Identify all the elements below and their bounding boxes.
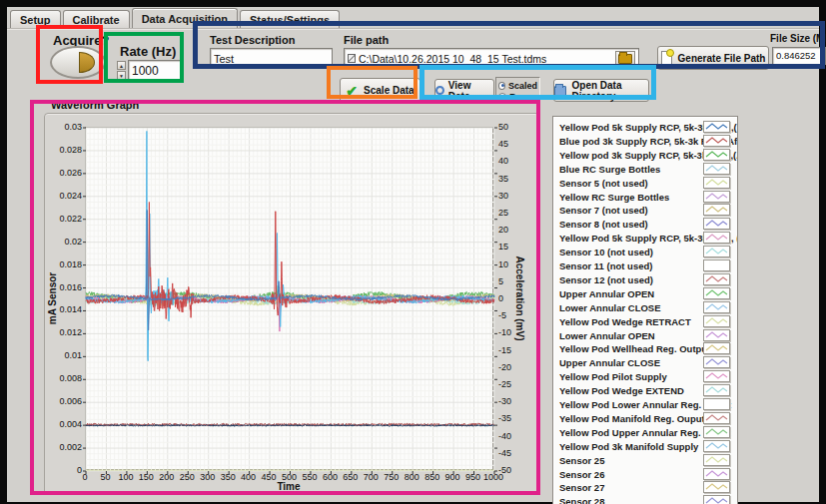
legend-swatch-icon[interactable] [703,426,730,438]
legend-item[interactable]: Sensor 5 (not used) [553,176,737,190]
tick-label: 0.002 [47,442,82,452]
legend-item[interactable]: Sensor 11 (not used) [553,258,737,272]
open-data-directory-button[interactable]: Open Data Directory [553,79,649,102]
legend-swatch-icon[interactable] [703,246,730,257]
legend-item[interactable]: Blue RC Surge Bottles [553,162,737,176]
radio-scaled-icon[interactable] [498,82,505,90]
legend-swatch-icon[interactable] [703,149,730,161]
legend-item-label: Sensor 25 [559,455,604,466]
path-type-icon [348,54,356,63]
check-icon: ✔ [346,83,358,99]
legend-item[interactable]: Sensor 7 (not used) [553,203,737,217]
tab-data-acquisition[interactable]: Data Acquisition [132,8,238,28]
legend-swatch-icon[interactable] [703,177,730,189]
legend-item[interactable]: Sensor 25 [553,453,737,467]
legend-swatch-icon[interactable] [703,398,730,410]
legend-swatch-icon[interactable] [703,259,730,271]
file-size-value: 0.846252 [772,47,826,65]
spinner-down-icon[interactable]: ▼ [117,71,126,80]
tick-label: 0.008 [47,373,82,383]
legend-item-label: Sensor 5 (not used) [559,178,648,189]
browse-button[interactable] [615,51,635,66]
tick-label: 0.028 [47,145,82,155]
legend-item[interactable]: Sensor 8 (not used) [553,217,737,231]
legend-swatch-icon[interactable] [703,273,730,285]
legend-swatch-icon[interactable] [703,440,730,452]
plot-legend[interactable]: Yellow Pod 5k Supply RCP, 5k-3k Reg.,( B… [552,116,738,504]
legend-swatch-icon[interactable] [703,412,730,424]
legend-swatch-icon[interactable] [703,218,730,230]
legend-swatch-icon[interactable] [703,287,730,299]
legend-swatch-icon[interactable] [703,384,730,396]
tick-label: 0.03 [47,122,82,132]
radio-raw-icon[interactable] [498,93,506,101]
legend-item[interactable]: Yellow Pod Wellhead Reg. Output [553,341,737,355]
test-description-input[interactable] [210,48,333,69]
tab-status-settings[interactable]: Status/Settings [240,10,340,28]
legend-swatch-icon[interactable] [703,342,730,354]
legend-item-label: Sensor 10 (not used) [559,247,653,257]
legend-swatch-icon[interactable] [703,301,730,313]
rate-input[interactable] [128,60,184,81]
legend-item[interactable]: Yellow pod 3k Supply RCP, 5k-3k Reg.,(Af… [553,148,737,162]
tick-label: 20 [498,225,522,235]
legend-swatch-icon[interactable] [703,468,730,480]
legend-item[interactable]: Sensor 12 (not used) [553,272,737,286]
legend-item[interactable]: Upper Annular OPEN [553,286,737,300]
legend-swatch-icon[interactable] [703,481,730,493]
legend-item[interactable]: Yellow Pod Manifold Reg. Ouput [553,411,737,425]
acquire-button[interactable] [50,46,106,79]
plot-area[interactable] [85,127,493,470]
view-data-button[interactable]: View Data [434,79,494,102]
legend-swatch-icon[interactable] [703,356,730,368]
legend-swatch-icon[interactable] [703,370,730,382]
new-file-icon [661,51,672,65]
legend-item[interactable]: Sensor 27 [553,480,737,494]
tick-label: 0.022 [47,214,82,224]
legend-item[interactable]: Lower Annular CLOSE [553,300,737,314]
magnifier-icon [435,86,444,95]
scale-data-button[interactable]: ✔ Scale Data [340,78,420,103]
legend-swatch-icon[interactable] [703,121,730,133]
legend-item[interactable]: Yellow Pod Upper Annular Reg. Outlet [553,425,737,439]
legend-swatch-icon[interactable] [703,329,730,341]
tick-label: -20 [498,362,522,372]
legend-item-label: Yellow Pod Wellhead Reg. Output [559,343,710,354]
legend-item[interactable]: Yellow Pod 5k Supply RCP, 5k-3k Reg., (B… [553,231,737,245]
file-path-field[interactable]: C:\Data\10.26.2015 10_48_15 Test.tdms [344,48,639,69]
tab-calibrate[interactable]: Calibrate [63,10,130,28]
legend-swatch-icon[interactable] [703,315,730,327]
legend-swatch-icon[interactable] [703,454,730,466]
radio-option-scaled[interactable]: Scaled [498,80,537,91]
legend-item[interactable]: Yellow Pod Wedge EXTEND [553,383,737,397]
spinner-up-icon[interactable]: ▲ [117,61,126,70]
legend-item[interactable]: Sensor 26 [553,467,737,481]
legend-swatch-icon[interactable] [703,135,730,147]
legend-item[interactable]: Yellow Pod 3k Manifold Supply [553,439,737,453]
legend-item[interactable]: Sensor 10 (not used) [553,245,737,258]
legend-item[interactable]: Sensor 28 [553,494,737,504]
radio-option-raw[interactable]: Raw [498,91,537,102]
rate-spinner[interactable]: ▲ ▼ [117,61,126,80]
legend-swatch-icon[interactable] [703,204,730,216]
legend-item[interactable]: Yellow Pod Wedge RETRACT [553,314,737,328]
tick-label: -25 [498,379,522,389]
legend-item[interactable]: Yellow Pod 5k Supply RCP, 5k-3k Reg.,( B… [553,120,737,134]
tab-setup[interactable]: Setup [10,10,61,28]
rate-label: Rate (Hz) [120,44,176,59]
legend-swatch-icon[interactable] [703,163,730,175]
legend-item[interactable]: Upper Annular CLOSE [553,355,737,369]
legend-item[interactable]: Yellow Pod Pilot Supply [553,369,737,383]
legend-item[interactable]: Lower Annular OPEN [553,328,737,342]
generate-file-path-button[interactable]: Generate File Path [657,46,769,70]
legend-swatch-icon[interactable] [703,495,730,504]
acquire-indicator-icon [79,52,95,73]
legend-swatch-icon[interactable] [703,232,730,244]
legend-item[interactable]: Yellow Pod Lower Annular Reg. Outlet [553,397,737,411]
tick-label: 50 [498,122,522,132]
legend-swatch-icon[interactable] [703,191,730,203]
legend-item[interactable]: Yellow RC Surge Bottles [553,190,737,204]
test-description-label: Test Description [210,34,295,46]
legend-item[interactable]: Blue pod 3k Supply RCP, 5k-3k Reg.,(Afte… [553,134,737,148]
waveform-graph[interactable]: 00.0020.0040.0060.0080.010.0120.0140.016… [44,113,539,495]
